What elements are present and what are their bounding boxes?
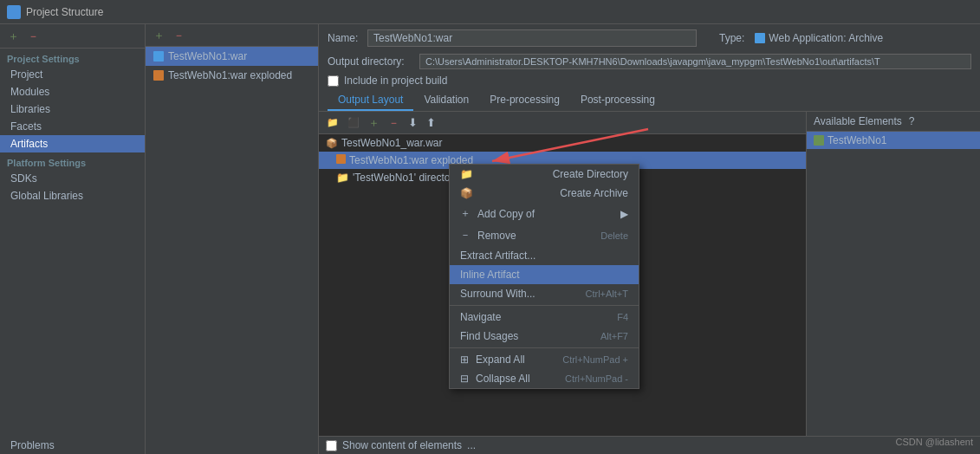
add-button[interactable]: ＋ [5,28,22,45]
include-build-row: Include in project build [319,71,980,90]
sidebar-item-global-libraries[interactable]: Global Libraries [0,187,145,204]
create-dir-btn[interactable]: ⬛ [345,116,362,129]
ctx-expand-shortcut: Ctrl+NumPad + [562,354,628,365]
available-testwebno1[interactable]: TestWebNo1 [807,132,980,149]
ctx-remove-shortcut: Delete [600,230,628,241]
context-menu: 📁 Create Directory 📦 Create Archive ＋ Ad… [449,164,639,389]
sidebar-item-libraries[interactable]: Libraries [0,101,145,118]
output-dir-label: Output directory: [328,55,414,68]
ctx-collapse-shortcut: Ctrl+NumPad - [565,373,628,384]
tab-pre-processing[interactable]: Pre-processing [479,90,570,111]
show-content-label: Show content of elements [342,439,462,451]
title-bar: Project Structure [0,0,980,24]
type-value: Web Application: Archive [755,32,883,44]
ctx-remove[interactable]: － Remove Delete [450,224,639,246]
tabs-row: Output Layout Validation Pre-processing … [319,90,980,112]
remove-button[interactable]: － [25,28,42,45]
name-input[interactable] [367,29,697,47]
artifact-list: ＋ － TestWebNo1:war TestWebNo1:war explod… [146,24,319,454]
tree-root-icon: 📦 [326,138,338,149]
artifact-remove-btn[interactable]: － [171,27,187,44]
project-settings-label: Project Settings [0,49,145,66]
ctx-expand-icon: ⊞ [460,353,469,366]
bottom-bar: Show content of elements ... [319,436,980,454]
artifact-war-exploded[interactable]: TestWebNo1:war exploded [146,66,318,85]
sidebar-item-facets[interactable]: Facets [0,118,145,135]
tree-war-icon [336,154,346,166]
ctx-archive-icon: 📦 [460,187,473,199]
ctx-navigate[interactable]: Navigate F4 [450,308,639,327]
ctx-separator-2 [450,347,639,348]
available-elements: Available Elements ? TestWebNo1 [807,112,980,436]
include-build-checkbox[interactable] [328,75,339,87]
show-content-checkbox[interactable] [326,440,337,451]
sidebar-item-project[interactable]: Project [0,66,145,83]
sidebar: ＋ － Project Settings Project Modules Lib… [0,24,146,454]
title-bar-text: Project Structure [26,6,103,18]
name-row: Name: Type: Web Application: Archive [319,24,980,52]
tree-folder-icon: 📁 [336,172,349,184]
sidebar-item-modules[interactable]: Modules [0,83,145,101]
tab-output-layout[interactable]: Output Layout [328,90,413,111]
main-content: Name: Type: Web Application: Archive Out… [319,24,980,454]
available-header: Available Elements ? [807,112,980,132]
ctx-add-copy-of[interactable]: ＋ Add Copy of ▶ [450,203,639,224]
ctx-remove-icon: － [460,228,471,243]
output-dir-input[interactable] [419,54,971,69]
ctx-navigate-shortcut: F4 [617,312,628,322]
ctx-add-icon: ＋ [460,206,471,221]
ctx-collapse-all[interactable]: ⊟ Collapse All Ctrl+NumPad - [450,369,639,388]
watermark: CSDN @lidashent [896,437,973,447]
artifact-add-btn[interactable]: ＋ [151,27,167,44]
module-icon [814,135,824,146]
include-build-label: Include in project build [344,75,447,87]
ctx-create-directory[interactable]: 📁 Create Directory [450,165,639,184]
move-into-btn[interactable]: 📁 [324,116,341,129]
name-label: Name: [328,32,362,44]
tree-down-btn[interactable]: ⬇ [406,115,420,130]
output-layout-area: 📁 ⬛ ＋ － ⬇ ⬆ 📦 TestWebNo1_war.war TestWeb… [319,112,980,436]
war-icon [153,50,165,62]
sidebar-item-problems[interactable]: Problems [0,437,145,454]
ctx-surround-shortcut: Ctrl+Alt+T [585,289,628,299]
ctx-collapse-icon: ⊟ [460,373,469,385]
ctx-separator-1 [450,305,639,306]
tree-up-btn[interactable]: ⬆ [424,115,438,130]
tree-root-item[interactable]: 📦 TestWebNo1_war.war [319,134,806,152]
artifact-war[interactable]: TestWebNo1:war [146,47,318,66]
ctx-find-shortcut: Alt+F7 [600,331,628,341]
output-dir-row: Output directory: [319,52,980,71]
tab-post-processing[interactable]: Post-processing [570,90,665,111]
type-label: Type: [719,32,744,44]
output-tree: 📁 ⬛ ＋ － ⬇ ⬆ 📦 TestWebNo1_war.war TestWeb… [319,112,807,436]
artifact-list-toolbar: ＋ － [146,24,318,47]
sidebar-item-sdks[interactable]: SDKs [0,170,145,187]
tree-add-btn[interactable]: ＋ [366,114,382,132]
output-tree-toolbar: 📁 ⬛ ＋ － ⬇ ⬆ [319,112,806,134]
ctx-expand-all[interactable]: ⊞ Expand All Ctrl+NumPad + [450,350,639,369]
ctx-submenu-arrow: ▶ [620,208,628,220]
ctx-find-usages[interactable]: Find Usages Alt+F7 [450,327,639,346]
war-exploded-icon [153,69,165,81]
title-bar-icon [7,5,21,19]
platform-settings-label: Platform Settings [0,152,145,170]
ctx-surround-with[interactable]: Surround With... Ctrl+Alt+T [450,284,639,303]
available-help-icon[interactable]: ? [909,115,915,127]
sidebar-item-artifacts[interactable]: Artifacts [0,135,145,152]
tree-remove-btn[interactable]: － [386,114,402,132]
ctx-extract-artifact[interactable]: Extract Artifact... [450,246,639,265]
bottom-ellipsis: ... [467,439,476,451]
ctx-inline-artifact[interactable]: Inline Artifact [450,265,639,284]
ctx-create-archive[interactable]: 📦 Create Archive [450,184,639,203]
ctx-folder-icon: 📁 [460,168,473,180]
tab-validation[interactable]: Validation [413,90,479,111]
sidebar-toolbar: ＋ － [0,24,145,49]
